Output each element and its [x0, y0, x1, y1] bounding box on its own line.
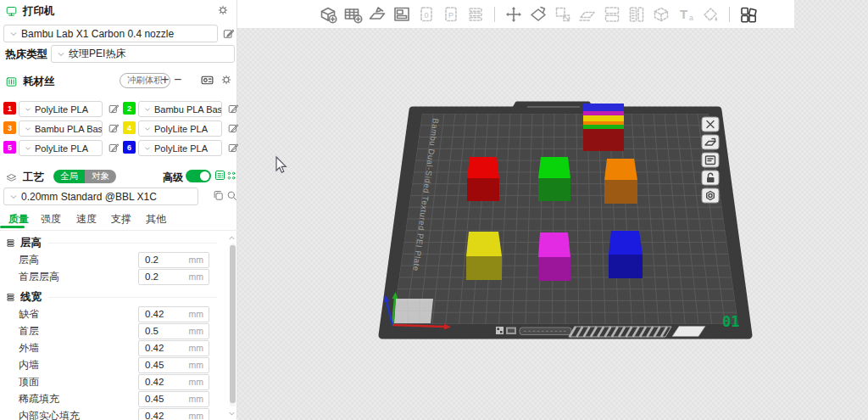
process-preset-select[interactable]: 0.20mm Standard @BBL X1C: [3, 188, 198, 205]
filament-2-select[interactable]: Bambu PLA Basic: [138, 101, 222, 117]
filament-5-swatch[interactable]: 5: [3, 141, 16, 154]
search-icon[interactable]: [225, 189, 238, 202]
ams-sync-icon[interactable]: [200, 73, 214, 87]
scope-objects[interactable]: 对象: [85, 170, 116, 183]
ams-icon[interactable]: [200, 73, 214, 87]
param-input[interactable]: 0.5mm: [138, 323, 209, 339]
tab-1[interactable]: 质量: [8, 212, 29, 227]
sparkle-icon[interactable]: [225, 170, 237, 182]
tab-2[interactable]: 强度: [41, 212, 61, 227]
bed-type-select[interactable]: 纹理PEI热床: [51, 45, 235, 63]
assembly-button[interactable]: [737, 2, 760, 26]
filament-6-name: PolyLite PLA: [154, 143, 208, 154]
yellow-cube[interactable]: [466, 232, 502, 280]
multicolor-cube[interactable]: [583, 104, 624, 151]
filament-5-edit-icon[interactable]: [108, 142, 121, 155]
filament-6-edit-icon[interactable]: [227, 142, 241, 155]
orange-cube[interactable]: [604, 159, 637, 204]
svg-text:P: P: [448, 10, 453, 19]
param-input[interactable]: 0.2mm: [138, 252, 209, 268]
gear-icon[interactable]: [220, 73, 233, 87]
tab-3[interactable]: 速度: [76, 212, 97, 227]
save-preset-icon[interactable]: [212, 189, 225, 202]
filament-6-select[interactable]: PolyLite PLA: [138, 140, 222, 156]
layers-button[interactable]: [464, 2, 487, 26]
scrollbar-thumb[interactable]: [230, 245, 236, 403]
color-paint-button[interactable]: [698, 2, 722, 26]
filament-1-edit-icon[interactable]: [108, 103, 121, 116]
filament-5-select[interactable]: PolyLite PLA: [19, 140, 103, 156]
param-input[interactable]: 0.42mm: [138, 340, 209, 356]
build-plate[interactable]: Bambu Dual-Sided Textured PEI Plate: [382, 104, 748, 337]
split-layout-button[interactable]: [390, 2, 414, 26]
delete-plate-button[interactable]: [702, 117, 719, 132]
undo-button[interactable]: 0: [415, 2, 438, 26]
plate-number-label: 01: [722, 313, 739, 330]
add-filament-button[interactable]: +: [161, 73, 169, 87]
scroll-up-icon[interactable]: [227, 233, 236, 243]
rotate-button[interactable]: [526, 2, 550, 26]
remove-filament-button[interactable]: −: [174, 73, 181, 87]
scrollbar[interactable]: [230, 244, 236, 406]
edit-icon: [108, 103, 120, 115]
filament-4-select[interactable]: PolyLite PLA: [138, 120, 222, 137]
scale-button[interactable]: [551, 2, 575, 26]
printer-settings-gear-icon[interactable]: [216, 3, 230, 17]
red-cube[interactable]: [467, 157, 499, 201]
gear-icon[interactable]: [216, 3, 230, 17]
param-row: 顶面 0.42mm: [0, 373, 225, 390]
viewport-3d[interactable]: Bambu Dual-Sided Textured PEI Plate01: [237, 28, 868, 420]
arrange-plate-button[interactable]: [702, 135, 719, 149]
filament-4-edit-icon[interactable]: [227, 122, 241, 136]
split-to-objects-button[interactable]: [600, 2, 624, 26]
split-to-parts-button[interactable]: [625, 2, 648, 26]
filament-3-select[interactable]: Bambu PLA Basic: [19, 120, 103, 137]
filament-6-swatch[interactable]: 6: [123, 141, 136, 154]
param-input[interactable]: 0.45mm: [138, 391, 209, 407]
magenta-cube[interactable]: [538, 232, 570, 281]
lock-plate-button[interactable]: [702, 171, 719, 185]
green-cube[interactable]: [538, 157, 570, 201]
param-input[interactable]: 0.42mm: [138, 306, 209, 322]
filament-4-swatch[interactable]: 4: [123, 121, 136, 134]
plate-params-button[interactable]: [702, 153, 719, 167]
param-label: 内墙: [19, 358, 138, 372]
blue-cube[interactable]: [609, 231, 643, 278]
filament-3-edit-icon[interactable]: [108, 122, 121, 136]
param-input[interactable]: 0.2mm: [138, 269, 209, 285]
param-input[interactable]: 0.42mm: [138, 374, 209, 390]
lay-on-face-button[interactable]: [576, 2, 599, 26]
param-row: 内部实心填充 0.42mm: [0, 407, 225, 420]
redo-button[interactable]: P: [439, 2, 463, 26]
edit-icon[interactable]: [222, 27, 236, 41]
scope-switch[interactable]: 全局 对象: [53, 170, 116, 183]
printer-edit-icon[interactable]: [222, 27, 236, 41]
scope-global[interactable]: 全局: [53, 170, 85, 183]
filament-3-swatch[interactable]: 3: [3, 121, 16, 134]
search-icon[interactable]: [225, 189, 238, 202]
scroll-down-icon[interactable]: [227, 409, 236, 418]
filament-2-edit-icon[interactable]: [227, 103, 241, 116]
variable-layer-height-button[interactable]: [649, 2, 673, 26]
parameter-list-icon[interactable]: [214, 169, 226, 182]
objects-icon[interactable]: [225, 170, 237, 182]
printer-select[interactable]: Bambu Lab X1 Carbon 0.4 nozzle: [3, 25, 218, 42]
filament-1-select[interactable]: PolyLite PLA: [19, 101, 103, 117]
move-button[interactable]: [502, 2, 526, 26]
add-plate-button[interactable]: [341, 2, 364, 26]
filament-1-swatch[interactable]: 1: [3, 102, 16, 115]
list-icon[interactable]: [214, 169, 226, 182]
advanced-toggle[interactable]: [186, 170, 211, 182]
tab-4[interactable]: 支撑: [111, 212, 131, 227]
filament-2-swatch[interactable]: 2: [123, 102, 136, 115]
tab-5[interactable]: 其他: [146, 212, 166, 227]
plate-settings-button[interactable]: [702, 188, 719, 203]
auto-arrange-button[interactable]: [365, 2, 389, 26]
filament-settings-gear-icon[interactable]: [220, 73, 233, 87]
param-input[interactable]: 0.42mm: [138, 408, 209, 420]
move-icon: [504, 4, 524, 25]
text-button[interactable]: Ta: [674, 2, 698, 26]
param-input[interactable]: 0.45mm: [138, 357, 209, 373]
add-model-button[interactable]: [316, 2, 340, 26]
copy-icon[interactable]: [212, 189, 225, 202]
